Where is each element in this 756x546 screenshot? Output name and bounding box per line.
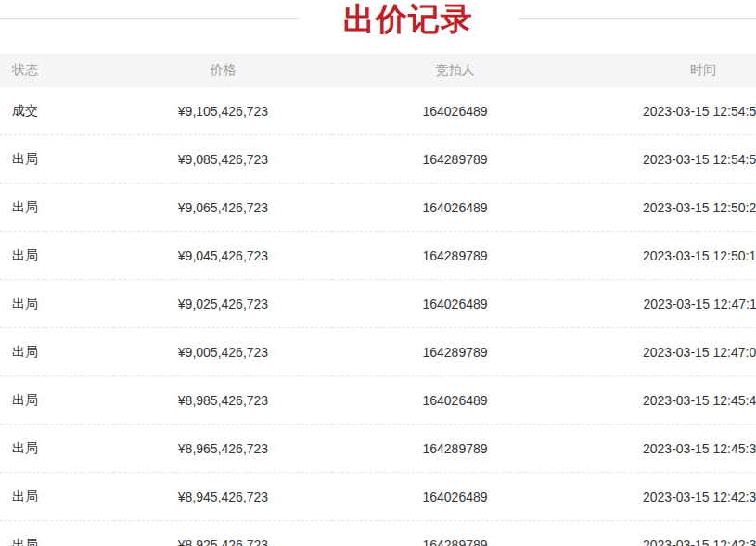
page-title-section: 出价记录 xyxy=(0,0,756,37)
table-row: 出局 ¥9,085,426,723 164289789 2023-03-15 1… xyxy=(0,135,756,184)
time-cell: 2023-03-15 12:45:42 xyxy=(578,376,756,425)
table-row: 出局 ¥9,045,426,723 164289789 2023-03-15 1… xyxy=(0,232,756,280)
price-cell: ¥9,065,426,723 xyxy=(114,184,332,232)
table-row: 出局 ¥9,025,426,723 164026489 2023-03-15 1… xyxy=(0,280,756,328)
table-header-row: 状态 价格 竞拍人 时间 xyxy=(0,54,756,87)
price-cell: ¥9,105,426,723 xyxy=(114,87,332,135)
status-cell: 出局 xyxy=(0,184,114,232)
bidder-cell: 164289789 xyxy=(332,328,578,376)
header-status: 状态 xyxy=(0,54,114,87)
time-cell: 2023-03-15 12:50:14 xyxy=(578,232,756,280)
table-row: 出局 ¥9,005,426,723 164289789 2023-03-15 1… xyxy=(0,328,756,376)
status-cell: 出局 xyxy=(0,280,114,328)
page-title: 出价记录 xyxy=(299,0,518,37)
status-cell: 出局 xyxy=(0,425,114,473)
time-cell: 2023-03-15 12:45:38 xyxy=(578,425,756,473)
status-cell: 出局 xyxy=(0,328,114,376)
table-row: 出局 ¥8,985,426,723 164026489 2023-03-15 1… xyxy=(0,376,756,425)
price-cell: ¥9,045,426,723 xyxy=(114,232,332,280)
price-cell: ¥8,945,426,723 xyxy=(114,473,332,521)
table-header: 状态 价格 竞拍人 时间 xyxy=(0,54,756,87)
status-cell: 出局 xyxy=(0,521,114,546)
bidder-cell: 164026489 xyxy=(332,87,578,135)
bidder-cell: 164026489 xyxy=(332,376,578,425)
table-body: 成交 ¥9,105,426,723 164026489 2023-03-15 1… xyxy=(0,87,756,546)
header-bidder: 竞拍人 xyxy=(332,54,578,87)
bidder-cell: 164289789 xyxy=(332,521,578,546)
price-cell: ¥8,965,426,723 xyxy=(114,425,332,473)
bidder-cell: 164026489 xyxy=(332,280,578,328)
price-cell: ¥9,085,426,723 xyxy=(114,135,332,184)
time-cell: 2023-03-15 12:42:35 xyxy=(578,473,756,521)
status-cell: 出局 xyxy=(0,232,114,280)
bid-history-page: 出价记录 状态 价格 竞拍人 时间 成交 ¥9,105,426,723 1640… xyxy=(0,0,756,546)
price-cell: ¥8,925,426,723 xyxy=(114,521,332,546)
header-price: 价格 xyxy=(114,54,332,87)
header-time: 时间 xyxy=(578,54,756,87)
bidder-cell: 164026489 xyxy=(332,473,578,521)
time-cell: 2023-03-15 12:47:03 xyxy=(578,328,756,376)
table-row: 出局 ¥9,065,426,723 164026489 2023-03-15 1… xyxy=(0,184,756,232)
status-cell: 出局 xyxy=(0,376,114,425)
status-cell: 出局 xyxy=(0,473,114,521)
bidder-cell: 164289789 xyxy=(332,425,578,473)
bidder-cell: 164289789 xyxy=(332,135,578,184)
table-row: 出局 ¥8,965,426,723 164289789 2023-03-15 1… xyxy=(0,425,756,473)
table-row: 出局 ¥8,925,426,723 164289789 2023-03-15 1… xyxy=(0,521,756,546)
bid-history-table: 状态 价格 竞拍人 时间 成交 ¥9,105,426,723 164026489… xyxy=(0,54,756,546)
price-cell: ¥9,025,426,723 xyxy=(114,280,332,328)
table-row: 出局 ¥8,945,426,723 164026489 2023-03-15 1… xyxy=(0,473,756,521)
time-cell: 2023-03-15 12:50:21 xyxy=(578,184,756,232)
bidder-cell: 164289789 xyxy=(332,232,578,280)
time-cell: 2023-03-15 12:54:51 xyxy=(578,135,756,184)
bidder-cell: 164026489 xyxy=(332,184,578,232)
status-cell: 出局 xyxy=(0,135,114,184)
time-cell: 2023-03-15 12:47:11 xyxy=(578,280,756,328)
time-cell: 2023-03-15 12:54:59 xyxy=(578,87,756,135)
price-cell: ¥8,985,426,723 xyxy=(114,376,332,425)
price-cell: ¥9,005,426,723 xyxy=(114,328,332,376)
status-cell: 成交 xyxy=(0,87,114,135)
time-cell: 2023-03-15 12:42:31 xyxy=(578,521,756,546)
table-row: 成交 ¥9,105,426,723 164026489 2023-03-15 1… xyxy=(0,87,756,135)
